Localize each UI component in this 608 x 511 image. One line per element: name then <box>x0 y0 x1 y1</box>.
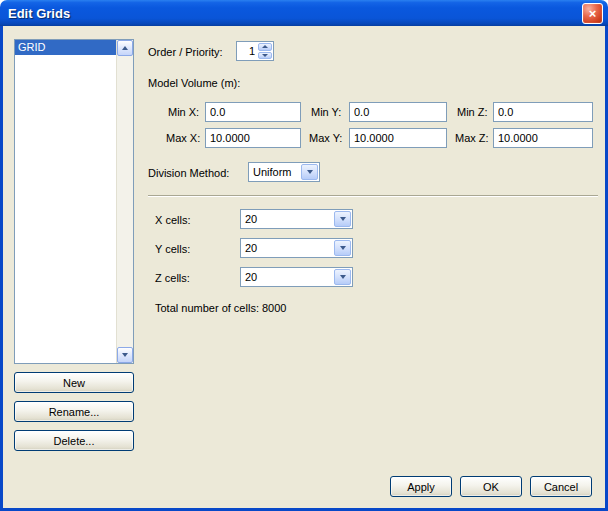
dropdown-button[interactable] <box>334 240 351 256</box>
min-x-input[interactable] <box>205 102 301 122</box>
grid-listbox[interactable]: GRID <box>14 39 134 364</box>
max-z-input[interactable] <box>493 128 593 148</box>
arrow-down-icon <box>262 54 268 57</box>
arrow-up-icon <box>122 46 128 50</box>
chevron-down-icon <box>340 275 346 279</box>
scrollbar-track[interactable] <box>117 56 133 347</box>
z-cells-value: 20 <box>241 269 333 285</box>
order-priority-label: Order / Priority: <box>148 45 223 59</box>
arrow-up-icon <box>262 45 268 48</box>
max-x-input[interactable] <box>205 128 301 148</box>
y-cells-dropdown[interactable]: 20 <box>240 238 353 258</box>
arrow-down-icon <box>122 353 128 357</box>
dropdown-button[interactable] <box>334 211 351 227</box>
dialog-body: GRID New Rename... Delete... Order / Pri… <box>0 26 608 511</box>
max-x-label: Max X: <box>166 131 200 145</box>
delete-button[interactable]: Delete... <box>14 430 134 451</box>
spinner-buttons <box>258 43 272 59</box>
min-z-label: Min Z: <box>457 105 488 119</box>
separator <box>148 195 598 197</box>
cancel-button[interactable]: Cancel <box>530 476 592 497</box>
division-method-label: Division Method: <box>148 166 229 180</box>
chevron-down-icon <box>340 217 346 221</box>
apply-button[interactable]: Apply <box>390 476 452 497</box>
window-title: Edit Grids <box>8 6 582 21</box>
min-y-label: Min Y: <box>311 105 341 119</box>
scroll-up-button[interactable] <box>117 40 133 56</box>
min-y-input[interactable] <box>349 102 447 122</box>
chevron-down-icon <box>340 246 346 250</box>
chevron-down-icon <box>307 170 313 174</box>
max-y-input[interactable] <box>349 128 447 148</box>
order-priority-spinner[interactable] <box>236 41 274 61</box>
total-cells-label: Total number of cells: 8000 <box>155 301 286 315</box>
x-cells-label: X cells: <box>155 213 190 227</box>
y-cells-label: Y cells: <box>155 242 190 256</box>
rename-button[interactable]: Rename... <box>14 401 134 422</box>
scroll-down-button[interactable] <box>117 347 133 363</box>
min-z-input[interactable] <box>493 102 593 122</box>
close-button[interactable]: × <box>582 3 603 24</box>
edit-grids-dialog: Edit Grids × GRID New Rename... Delete..… <box>0 0 608 511</box>
spinner-up-button[interactable] <box>258 43 272 51</box>
dropdown-button[interactable] <box>301 164 318 180</box>
close-icon: × <box>589 7 597 20</box>
division-method-value: Uniform <box>249 164 300 180</box>
z-cells-dropdown[interactable]: 20 <box>240 267 353 287</box>
dropdown-button[interactable] <box>334 269 351 285</box>
max-z-label: Max Z: <box>455 131 489 145</box>
ok-button[interactable]: OK <box>460 476 522 497</box>
min-x-label: Min X: <box>168 105 199 119</box>
x-cells-dropdown[interactable]: 20 <box>240 209 353 229</box>
new-button[interactable]: New <box>14 372 134 393</box>
order-priority-input[interactable] <box>237 42 257 60</box>
division-method-dropdown[interactable]: Uniform <box>248 162 320 182</box>
listbox-scrollbar[interactable] <box>116 40 133 363</box>
y-cells-value: 20 <box>241 240 333 256</box>
max-y-label: Max Y: <box>309 131 342 145</box>
spinner-down-button[interactable] <box>258 52 272 60</box>
x-cells-value: 20 <box>241 211 333 227</box>
model-volume-label: Model Volume (m): <box>148 76 240 90</box>
list-item-grid[interactable]: GRID <box>15 40 116 55</box>
z-cells-label: Z cells: <box>155 271 190 285</box>
titlebar[interactable]: Edit Grids × <box>0 0 608 26</box>
